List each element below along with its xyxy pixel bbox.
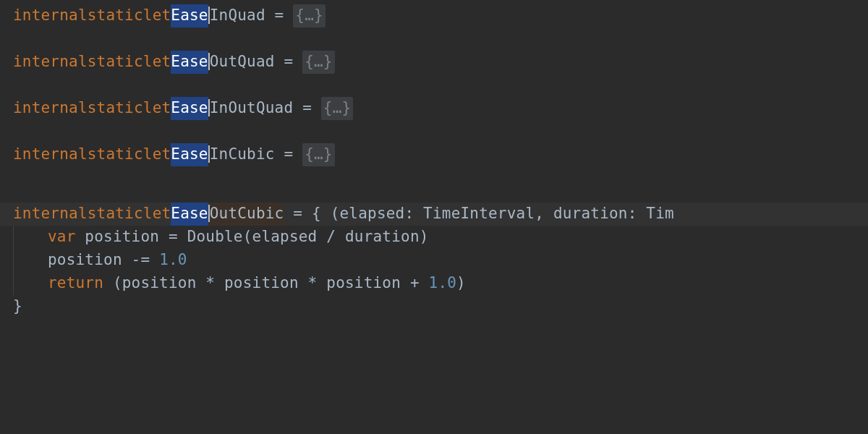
keyword-static: static bbox=[88, 143, 143, 166]
text-cursor bbox=[208, 99, 210, 116]
keyword-static: static bbox=[88, 4, 143, 27]
keyword-static: static bbox=[88, 97, 143, 120]
text-cursor bbox=[208, 205, 210, 222]
code-editor[interactable]: internal static let EaseInQuad = {…} int… bbox=[0, 0, 868, 318]
search-match: Ease bbox=[171, 97, 208, 120]
identifier-highlight: OutCubic bbox=[210, 203, 284, 226]
operator: = bbox=[275, 143, 303, 166]
keyword-let: let bbox=[143, 51, 171, 74]
code-line[interactable]: var position = Double(elapsed / duration… bbox=[0, 226, 868, 249]
identifier: OutQuad bbox=[210, 51, 275, 74]
keyword-static: static bbox=[88, 51, 143, 74]
code-fold-icon[interactable]: {…} bbox=[321, 97, 354, 120]
code-line[interactable]: internal static let EaseInQuad = {…} bbox=[0, 4, 868, 27]
operator: = bbox=[275, 51, 303, 74]
code-line[interactable]: } bbox=[0, 295, 868, 318]
closure-signature: = { (elapsed: TimeInterval, duration: Ti… bbox=[284, 203, 673, 226]
number-literal: 1.0 bbox=[429, 272, 457, 295]
search-match: Ease bbox=[171, 51, 208, 74]
code-line[interactable]: return (position * position * position +… bbox=[0, 272, 868, 295]
code-fold-icon[interactable]: {…} bbox=[293, 4, 326, 27]
keyword-let: let bbox=[143, 203, 171, 226]
identifier: InQuad bbox=[210, 4, 265, 27]
operator: = bbox=[265, 4, 294, 27]
keyword-let: let bbox=[143, 143, 171, 166]
keyword-return: return bbox=[48, 272, 103, 295]
code-fold-icon[interactable]: {…} bbox=[302, 51, 335, 74]
keyword-internal: internal bbox=[13, 4, 88, 27]
expression: (position * position * position + bbox=[103, 272, 429, 295]
text-cursor bbox=[208, 145, 210, 163]
number-literal: 1.0 bbox=[159, 249, 187, 272]
code-line-active[interactable]: internal static let EaseOutCubic = { (el… bbox=[0, 203, 868, 226]
blank-line bbox=[0, 74, 868, 97]
blank-line bbox=[0, 190, 868, 203]
keyword-internal: internal bbox=[13, 97, 88, 120]
statement: position -= bbox=[48, 249, 159, 272]
keyword-internal: internal bbox=[13, 203, 88, 226]
text-cursor bbox=[208, 53, 210, 70]
keyword-internal: internal bbox=[13, 143, 88, 166]
text-cursor bbox=[208, 7, 210, 24]
search-match: Ease bbox=[171, 4, 208, 27]
identifier: InCubic bbox=[210, 143, 275, 166]
blank-line bbox=[0, 120, 868, 143]
keyword-let: let bbox=[143, 4, 171, 27]
keyword-let: let bbox=[143, 97, 171, 120]
brace-close: } bbox=[13, 295, 22, 318]
identifier: InOutQuad bbox=[210, 97, 294, 120]
blank-line bbox=[0, 27, 868, 51]
search-match: Ease bbox=[171, 203, 208, 226]
keyword-var: var bbox=[48, 226, 76, 249]
code-line[interactable]: position -= 1.0 bbox=[0, 249, 868, 272]
blank-line bbox=[0, 166, 868, 190]
operator: = bbox=[293, 97, 321, 120]
code-line[interactable]: internal static let EaseInOutQuad = {…} bbox=[0, 97, 868, 120]
keyword-static: static bbox=[88, 203, 143, 226]
code-fold-icon[interactable]: {…} bbox=[302, 143, 335, 166]
search-match: Ease bbox=[171, 143, 208, 166]
statement: position = Double(elapsed / duration) bbox=[76, 226, 429, 249]
code-line[interactable]: internal static let EaseOutQuad = {…} bbox=[0, 51, 868, 74]
keyword-internal: internal bbox=[13, 51, 88, 74]
code-line[interactable]: internal static let EaseInCubic = {…} bbox=[0, 143, 868, 166]
paren-close: ) bbox=[456, 272, 466, 295]
